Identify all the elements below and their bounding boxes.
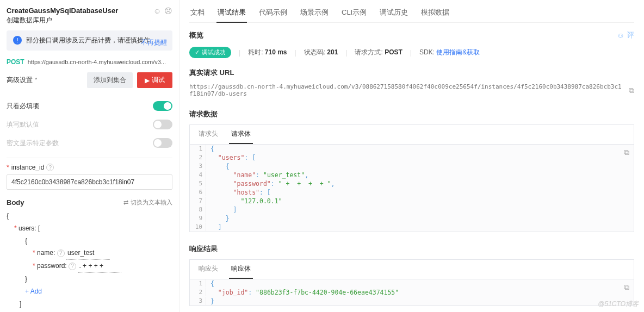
code-line: 3}	[190, 297, 634, 305]
title-row: CreateGaussMySqlDatabaseUser 创建数据库用户 ☺ ☹	[7, 7, 172, 25]
main-tab[interactable]: 模拟数据	[420, 5, 450, 22]
main-tab[interactable]: 文档	[189, 5, 206, 22]
field-label-row: * instance_id ?	[7, 164, 172, 171]
info-icon: !	[13, 36, 22, 45]
watermark: @51CTO博客	[598, 299, 639, 309]
success-pill: ✓ 调试成功	[189, 47, 231, 58]
code-line: 3 {	[190, 162, 634, 171]
debug-button-label: 调试	[152, 76, 165, 85]
mini-tab[interactable]: 请求体	[229, 125, 253, 144]
code-line: 10 ]	[190, 223, 634, 232]
play-icon: ▶	[145, 77, 150, 84]
api-title: CreateGaussMySqlDatabaseUser	[7, 7, 118, 15]
code-line: 6 "hosts": [	[190, 188, 634, 197]
code-lines-req: 1{2 "users": [3 {4 "name": "user_test",5…	[190, 145, 634, 232]
code-line: 9 }	[190, 214, 634, 223]
real-url-title: 真实请求 URL	[189, 68, 634, 78]
switch-to-text-link[interactable]: ⇄ 切换为文本输入	[123, 198, 172, 207]
smile-icon: ☺	[617, 31, 624, 40]
copy-icon[interactable]: ⧉	[624, 148, 629, 157]
toggle[interactable]	[153, 120, 172, 129]
code-line: 1{	[190, 279, 634, 288]
code-line: 7 "127.0.0.1"	[190, 197, 634, 205]
overview-title: 概览	[189, 30, 203, 40]
code-line: 8 ]	[190, 205, 634, 214]
help-icon[interactable]: ?	[69, 263, 76, 270]
code-line: 2 "job_id": "886b23f3-f7bc-4420-904e-66e…	[190, 288, 634, 297]
real-url-value: https://gaussdb.cn-north-4.myhuaweicloud…	[189, 83, 624, 97]
main-tab[interactable]: 场景示例	[299, 5, 330, 22]
response-body-code: ⧉ 1{2 "job_id": "886b23f3-f7bc-4420-904e…	[189, 279, 634, 306]
smile-icon[interactable]: ☺	[153, 7, 161, 15]
options-list: 只看必填项填写默认值密文显示特定参数	[7, 97, 172, 152]
method-tag: POST	[7, 58, 24, 66]
divider	[7, 158, 172, 158]
main-tab[interactable]: 调试历史	[379, 5, 409, 22]
body-title: Body	[7, 198, 24, 207]
name-value[interactable]: user_test	[66, 247, 110, 260]
real-url-row: https://gaussdb.cn-north-4.myhuaweicloud…	[189, 83, 634, 97]
debug-button[interactable]: ▶ 调试	[137, 72, 172, 88]
option-label: 只看必填项	[7, 102, 39, 111]
status-row: ✓ 调试成功 | 耗时: 710 ms | 状态码: 201 | 请求方式: P…	[189, 47, 634, 58]
field-label: instance_id	[11, 164, 45, 171]
advanced-settings-label: 高级设置	[7, 76, 33, 85]
mini-tab[interactable]: 响应头	[196, 260, 220, 279]
comment-button[interactable]: ☺ 评	[617, 30, 634, 40]
warning-dismiss[interactable]: 不再提醒	[141, 38, 167, 47]
code-line: 4 "name": "user_test",	[190, 171, 634, 179]
add-item-link[interactable]: + Add	[7, 285, 172, 298]
warning-text: 部分接口调用涉及云产品计费，请谨慎操作	[26, 36, 150, 45]
check-icon: ✓	[195, 49, 200, 56]
code-line: 5 "password": " + + + + ",	[190, 179, 634, 188]
chevron-up-icon: ˄	[35, 77, 38, 83]
add-to-collection-button[interactable]: 添加到集合	[87, 72, 133, 88]
overview-header: 概览 ☺ 评	[189, 30, 634, 40]
required-star-icon: *	[7, 164, 9, 171]
help-icon[interactable]: ?	[46, 164, 54, 171]
option-row: 只看必填项	[7, 97, 172, 115]
action-row: 高级设置 ˄ 添加到集合 ▶ 调试	[7, 72, 172, 88]
instance-id-input[interactable]	[7, 174, 172, 190]
main-tab[interactable]: 调试结果	[216, 5, 247, 23]
warning-box: ! 部分接口调用涉及云产品计费，请谨慎操作 不再提醒	[7, 30, 172, 51]
password-value[interactable]: . + + + +	[78, 260, 121, 273]
code-line: 1{	[190, 145, 634, 153]
mini-tab[interactable]: 响应体	[229, 260, 253, 279]
frown-icon[interactable]: ☹	[164, 7, 172, 15]
response-title: 响应结果	[189, 244, 634, 254]
option-label: 密文显示特定参数	[7, 139, 59, 148]
request-body-code: ⧉ 1{2 "users": [3 {4 "name": "user_test"…	[189, 144, 634, 232]
toggle[interactable]	[153, 101, 172, 111]
copy-icon[interactable]: ⧉	[624, 283, 629, 292]
code-lines-resp: 1{2 "job_id": "886b23f3-f7bc-4420-904e-6…	[190, 279, 634, 305]
option-row: 密文显示特定参数	[7, 134, 172, 152]
request-tabs: 请求头请求体	[189, 124, 634, 144]
mini-tab[interactable]: 请求头	[196, 125, 220, 144]
feedback-icons: ☺ ☹	[153, 7, 172, 15]
right-panel: 文档调试结果代码示例场景示例CLI示例调试历史模拟数据 概览 ☺ 评 ✓ 调试成…	[179, 0, 644, 312]
response-tabs: 响应头响应体	[189, 259, 634, 279]
api-subtitle: 创建数据库用户	[7, 16, 118, 25]
main-tabs: 文档调试结果代码示例场景示例CLI示例调试历史模拟数据	[189, 5, 634, 23]
code-line: 2 "users": [	[190, 153, 634, 162]
main-tab[interactable]: CLI示例	[340, 5, 368, 22]
body-tree: { * users: [ { * name: ? user_test * pas…	[7, 210, 172, 310]
request-data-title: 请求数据	[189, 109, 634, 119]
advanced-settings-toggle[interactable]: 高级设置 ˄	[7, 76, 38, 85]
left-panel: CreateGaussMySqlDatabaseUser 创建数据库用户 ☺ ☹…	[0, 0, 179, 312]
body-header: Body ⇄ 切换为文本输入	[7, 198, 172, 207]
request-url-row: POST https://gaussdb.cn-north-4.myhuawei…	[7, 58, 172, 66]
sdk-guide-link[interactable]: 使用指南&获取	[436, 48, 480, 56]
option-label: 填写默认值	[7, 120, 39, 129]
option-row: 填写默认值	[7, 115, 172, 134]
help-icon[interactable]: ?	[57, 249, 65, 257]
swap-icon: ⇄	[123, 199, 128, 206]
request-url: https://gaussdb.cn-north-4.myhuaweicloud…	[28, 59, 172, 65]
copy-icon[interactable]: ⧉	[629, 86, 634, 95]
main-tab[interactable]: 代码示例	[258, 5, 288, 22]
toggle[interactable]	[153, 138, 172, 148]
